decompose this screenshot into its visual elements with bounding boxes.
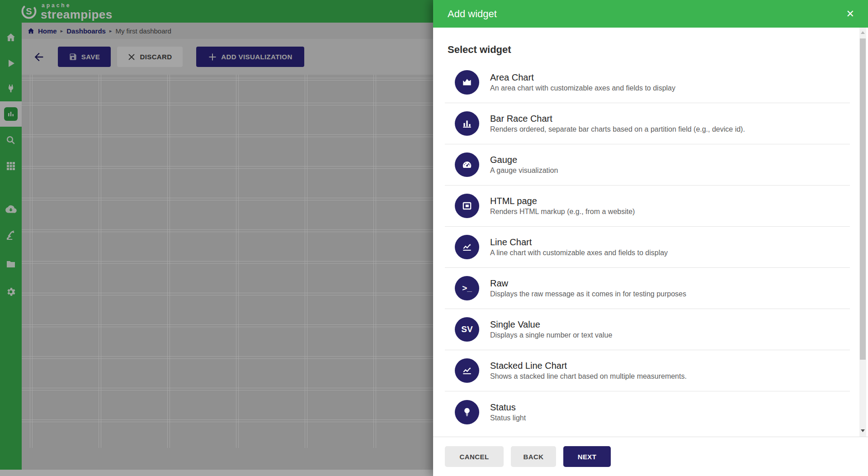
cancel-button[interactable]: CANCEL xyxy=(445,446,504,467)
close-icon[interactable]: ✕ xyxy=(844,7,856,21)
lightbulb-icon xyxy=(455,400,479,424)
add-widget-dialog: Add widget ✕ Select widget Area Chart An… xyxy=(433,0,868,476)
widget-item-line-chart[interactable]: Line Chart A line chart with customizabl… xyxy=(445,227,850,268)
widget-title: Gauge xyxy=(490,155,558,165)
back-button-dialog[interactable]: BACK xyxy=(511,446,556,467)
widget-list: Area Chart An area chart with customizab… xyxy=(445,62,850,433)
terminal-icon: >_ xyxy=(455,276,479,300)
gauge-icon xyxy=(455,152,479,177)
widget-item-stacked-line-chart[interactable]: Stacked Line Chart Shows a stacked line … xyxy=(445,350,850,391)
area-chart-icon xyxy=(455,70,479,95)
dialog-scrollbar[interactable] xyxy=(859,28,866,437)
widget-title: Single Value xyxy=(490,319,612,330)
widget-title: Area Chart xyxy=(490,72,675,83)
single-value-icon: SV xyxy=(455,317,479,342)
widget-item-area-chart[interactable]: Area Chart An area chart with customizab… xyxy=(445,62,850,103)
widget-description: Displays a single number or text value xyxy=(490,331,612,339)
widget-title: Stacked Line Chart xyxy=(490,361,687,371)
widget-description: Shows a stacked line chart based on mult… xyxy=(490,372,687,381)
widget-description: Renders HTML markup (e.g., from a websit… xyxy=(490,208,635,216)
widget-title: Line Chart xyxy=(490,237,668,248)
widget-item-html-page[interactable]: HTML page Renders HTML markup (e.g., fro… xyxy=(445,186,850,227)
select-widget-heading: Select widget xyxy=(448,44,868,56)
widget-title: HTML page xyxy=(490,196,635,206)
widget-item-raw[interactable]: >_ Raw Displays the raw message as it co… xyxy=(445,268,850,309)
widget-item-gauge[interactable]: Gauge A gauge visualization xyxy=(445,144,850,186)
widget-title: Status xyxy=(490,402,526,413)
widget-item-status[interactable]: Status Status light xyxy=(445,391,850,433)
scrollbar-thumb[interactable] xyxy=(860,38,866,360)
dialog-header: Add widget ✕ xyxy=(433,0,868,28)
widget-item-single-value[interactable]: SV Single Value Displays a single number… xyxy=(445,309,850,350)
stacked-line-chart-icon xyxy=(455,358,479,383)
widget-description: Displays the raw message as it comes in … xyxy=(490,290,686,298)
dialog-title: Add widget xyxy=(448,8,844,20)
line-chart-icon xyxy=(455,235,479,259)
widget-description: Renders ordered, separate bar charts bas… xyxy=(490,125,745,133)
scroll-down-icon[interactable] xyxy=(859,427,866,435)
next-button[interactable]: NEXT xyxy=(563,446,611,467)
bar-race-chart-icon xyxy=(455,111,479,136)
scroll-up-icon[interactable] xyxy=(859,29,866,37)
html-page-icon xyxy=(455,194,479,218)
widget-description: An area chart with customizable axes and… xyxy=(490,84,675,92)
widget-title: Raw xyxy=(490,278,686,289)
widget-title: Bar Race Chart xyxy=(490,114,745,124)
dialog-footer: CANCEL BACK NEXT xyxy=(433,437,868,476)
widget-description: A line chart with customizable axes and … xyxy=(490,249,668,257)
widget-description: Status light xyxy=(490,414,526,422)
widget-description: A gauge visualization xyxy=(490,167,558,175)
widget-item-bar-race-chart[interactable]: Bar Race Chart Renders ordered, separate… xyxy=(445,103,850,144)
dialog-body: Select widget Area Chart An area chart w… xyxy=(433,28,868,437)
